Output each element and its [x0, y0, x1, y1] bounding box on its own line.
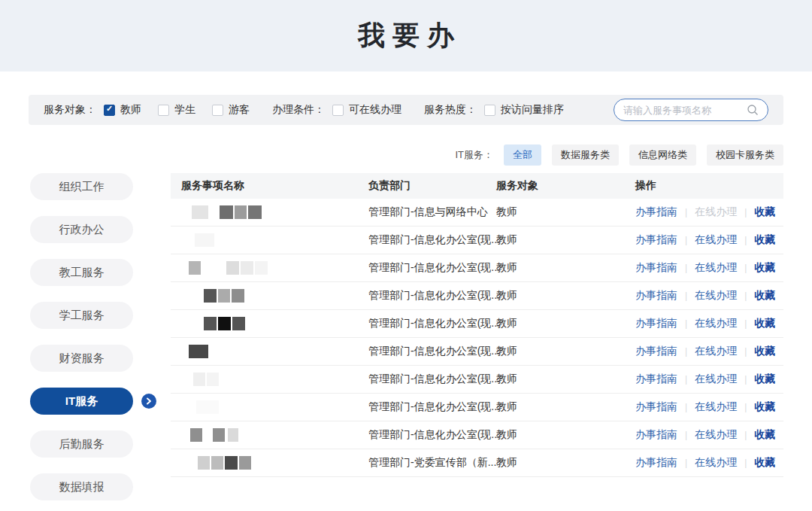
- tab-all[interactable]: 全部: [504, 144, 541, 166]
- redacted-service-name: [181, 205, 263, 219]
- redacted-service-name: [181, 289, 246, 303]
- guide-link[interactable]: 办事指南: [635, 289, 677, 303]
- sidebar-item-logistics-services[interactable]: 后勤服务: [30, 430, 133, 458]
- checkbox-label: 教师: [120, 103, 141, 117]
- online-link[interactable]: 在线办理: [695, 456, 737, 470]
- checkbox-online-available[interactable]: 可在线办理: [332, 103, 401, 117]
- department-cell: 管理部门-党委宣传部（新...: [368, 456, 496, 470]
- sidebar-item-student-services[interactable]: 学工服务: [30, 302, 133, 329]
- department-cell: 管理部门-信息化办公室(现...: [368, 428, 496, 442]
- column-header-actions: 操作: [635, 179, 783, 193]
- guide-link[interactable]: 办事指南: [635, 456, 677, 470]
- action-separator: |: [744, 263, 747, 273]
- checkbox-student[interactable]: 学生: [158, 103, 195, 117]
- service-target-cell: 教师: [496, 233, 635, 247]
- online-link[interactable]: 在线办理: [695, 400, 737, 414]
- sidebar: 组织工作 行政办公 教工服务 学工服务 财资服务 IT服务 后勤服务 数据填报: [30, 173, 165, 511]
- table-row: 管理部门-信息化办公室(现... 教师 办事指南 | 在线办理 | 收藏: [171, 310, 783, 338]
- department-cell: 管理部门-信息化办公室(现...: [368, 373, 496, 386]
- page-title: 我要办: [350, 17, 462, 54]
- action-separator: |: [744, 290, 747, 301]
- checkbox-sort-by-visits[interactable]: 按访问量排序: [484, 103, 564, 117]
- search-input[interactable]: [623, 105, 747, 116]
- sidebar-item-finance-services[interactable]: 财资服务: [30, 345, 133, 372]
- sidebar-item-it-services[interactable]: IT服务: [30, 388, 133, 415]
- filter-group-service-target: 服务对象： 教师 学生 游客: [44, 103, 250, 117]
- guide-link[interactable]: 办事指南: [635, 373, 677, 386]
- guide-link[interactable]: 办事指南: [635, 205, 677, 219]
- favorite-link[interactable]: 收藏: [754, 233, 775, 247]
- action-separator: |: [685, 318, 687, 329]
- filter-group-label: 服务对象：: [44, 103, 96, 117]
- search-icon[interactable]: [747, 104, 759, 116]
- action-separator: |: [685, 430, 687, 440]
- service-target-cell: 教师: [496, 289, 635, 303]
- column-header-service-target: 服务对象: [496, 179, 635, 193]
- column-header-service-name: 服务事项名称: [171, 179, 368, 193]
- guide-link[interactable]: 办事指南: [635, 317, 677, 330]
- checkbox-teacher[interactable]: 教师: [104, 103, 141, 117]
- favorite-link[interactable]: 收藏: [754, 400, 775, 414]
- favorite-link[interactable]: 收藏: [754, 317, 775, 330]
- tab-data-services[interactable]: 数据服务类: [552, 144, 619, 166]
- service-target-cell: 教师: [496, 261, 635, 275]
- tab-campus-card[interactable]: 校园卡服务类: [707, 144, 783, 166]
- tab-info-network[interactable]: 信息网络类: [629, 144, 696, 166]
- favorite-link[interactable]: 收藏: [754, 373, 775, 386]
- sidebar-item-data-reporting[interactable]: 数据填报: [30, 473, 133, 500]
- guide-link[interactable]: 办事指南: [635, 428, 677, 442]
- online-link[interactable]: 在线办理: [695, 289, 737, 303]
- guide-link[interactable]: 办事指南: [635, 345, 677, 358]
- redacted-service-name: [181, 373, 220, 386]
- checkbox-label: 游客: [229, 103, 250, 117]
- favorite-link[interactable]: 收藏: [754, 428, 775, 442]
- online-link[interactable]: 在线办理: [695, 373, 737, 386]
- guide-link[interactable]: 办事指南: [635, 400, 677, 414]
- guide-link[interactable]: 办事指南: [635, 261, 677, 275]
- sidebar-item-organization[interactable]: 组织工作: [30, 173, 133, 200]
- checkbox-icon[interactable]: [332, 105, 344, 116]
- guide-link[interactable]: 办事指南: [635, 233, 677, 247]
- department-cell: 管理部门-信息化办公室(现...: [368, 289, 496, 303]
- favorite-link[interactable]: 收藏: [754, 261, 775, 275]
- action-separator: |: [744, 318, 747, 329]
- online-link[interactable]: 在线办理: [695, 428, 737, 442]
- favorite-link[interactable]: 收藏: [754, 289, 775, 303]
- filter-group-condition: 办理条件： 可在线办理: [272, 103, 401, 117]
- table-row: 管理部门-党委宣传部（新... 教师 办事指南 | 在线办理 | 收藏: [171, 449, 783, 477]
- online-link[interactable]: 在线办理: [695, 205, 737, 219]
- service-target-cell: 教师: [496, 428, 635, 442]
- action-separator: |: [685, 346, 687, 357]
- favorite-link[interactable]: 收藏: [754, 345, 775, 358]
- action-separator: |: [744, 402, 747, 412]
- checkbox-icon[interactable]: [484, 105, 495, 116]
- action-separator: |: [685, 458, 687, 468]
- service-target-cell: 教师: [496, 317, 635, 330]
- favorite-link[interactable]: 收藏: [754, 205, 775, 219]
- action-separator: |: [685, 374, 687, 385]
- online-link[interactable]: 在线办理: [695, 233, 737, 247]
- filter-group-popularity: 服务热度： 按访问量排序: [424, 103, 564, 117]
- table-header: 服务事项名称 负责部门 服务对象 操作: [171, 173, 783, 199]
- checkbox-icon[interactable]: [158, 105, 169, 116]
- chevron-right-icon[interactable]: [141, 394, 156, 409]
- favorite-link[interactable]: 收藏: [754, 456, 775, 470]
- redacted-service-name: [181, 261, 269, 275]
- checkbox-icon[interactable]: [104, 105, 115, 116]
- service-target-cell: 教师: [496, 373, 635, 386]
- column-header-department: 负责部门: [368, 179, 496, 193]
- online-link[interactable]: 在线办理: [695, 345, 737, 358]
- filter-group-label: 办理条件：: [272, 103, 325, 117]
- action-separator: |: [744, 235, 747, 245]
- category-tabs-label: IT服务：: [455, 148, 493, 162]
- online-link[interactable]: 在线办理: [695, 317, 737, 330]
- action-separator: |: [744, 430, 747, 440]
- sidebar-item-staff-services[interactable]: 教工服务: [30, 259, 133, 286]
- online-link[interactable]: 在线办理: [695, 261, 737, 275]
- redacted-service-name: [181, 345, 210, 358]
- checkbox-icon[interactable]: [212, 105, 223, 116]
- sidebar-item-administration[interactable]: 行政办公: [30, 216, 133, 243]
- service-target-cell: 教师: [496, 456, 635, 470]
- checkbox-visitor[interactable]: 游客: [212, 103, 250, 117]
- search-box[interactable]: [614, 99, 768, 121]
